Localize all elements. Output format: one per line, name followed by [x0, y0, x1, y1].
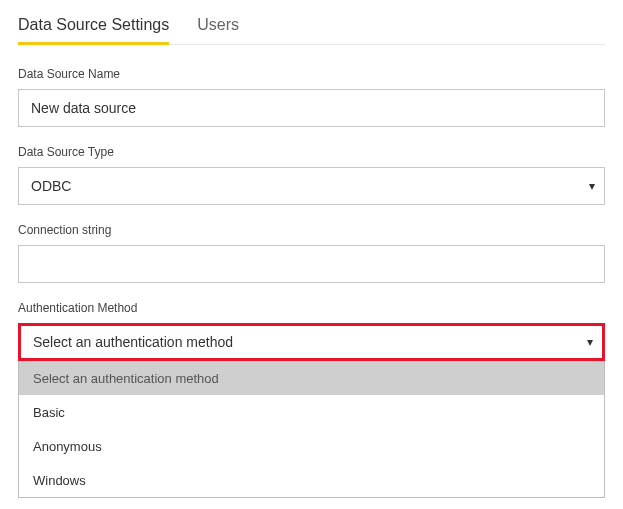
dropdown-item-basic[interactable]: Basic [19, 395, 604, 429]
tab-bar: Data Source Settings Users [18, 16, 605, 45]
select-authentication-method-wrap: ▾ [18, 323, 605, 361]
field-authentication-method: Authentication Method ▾ Select an authen… [18, 301, 605, 498]
tab-users[interactable]: Users [197, 16, 239, 44]
select-data-source-type[interactable] [18, 167, 605, 205]
input-data-source-name[interactable] [18, 89, 605, 127]
label-authentication-method: Authentication Method [18, 301, 605, 315]
field-data-source-name: Data Source Name [18, 67, 605, 127]
input-connection-string[interactable] [18, 245, 605, 283]
label-connection-string: Connection string [18, 223, 605, 237]
field-data-source-type: Data Source Type ▾ [18, 145, 605, 205]
dropdown-item-windows[interactable]: Windows [19, 463, 604, 497]
tab-data-source-settings[interactable]: Data Source Settings [18, 16, 169, 44]
select-data-source-type-wrap: ▾ [18, 167, 605, 205]
select-authentication-method[interactable] [18, 323, 605, 361]
label-data-source-name: Data Source Name [18, 67, 605, 81]
dropdown-item-placeholder[interactable]: Select an authentication method [19, 361, 604, 395]
dropdown-authentication-method: Select an authentication method Basic An… [18, 361, 605, 498]
dropdown-item-anonymous[interactable]: Anonymous [19, 429, 604, 463]
field-connection-string: Connection string [18, 223, 605, 283]
label-data-source-type: Data Source Type [18, 145, 605, 159]
